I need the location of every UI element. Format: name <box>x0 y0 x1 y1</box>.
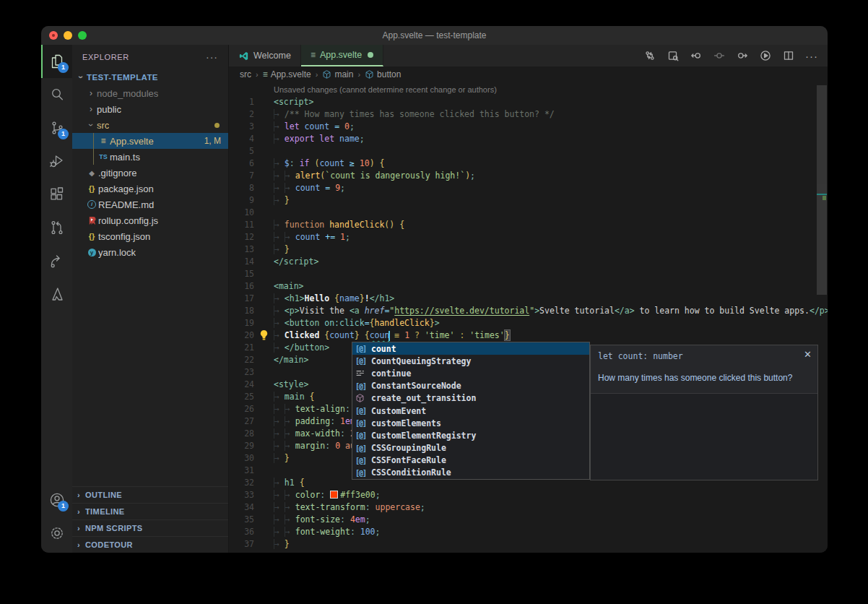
zoom-button[interactable] <box>78 31 87 40</box>
code-line-6[interactable]: 6→ $: if (count ≥ 10) { <box>229 158 828 170</box>
token: name <box>339 134 360 144</box>
close-icon[interactable]: ✕ <box>804 349 812 360</box>
code-line-19[interactable]: 19→ <button on:click={handleClick}> <box>229 317 828 329</box>
tree-root-test-template[interactable]: › TEST-TEMPLATE <box>72 69 228 85</box>
code-line-36[interactable]: 36→ → font-weight: 100; <box>229 526 828 538</box>
code-line-34[interactable]: 34→ → text-transform: uppercase; <box>229 501 828 514</box>
activity-source-control-icon[interactable]: 1 <box>41 111 72 144</box>
suggest-item-cssfontfacerule[interactable]: [@]CSSFontFaceRule <box>352 454 589 467</box>
code-line-33[interactable]: 33→ → color: #ff3e00; <box>229 489 828 501</box>
file-tree: › TEST-TEMPLATE ›node_modules›public›src… <box>72 69 228 260</box>
code-line-1[interactable]: 1<script> <box>229 96 828 108</box>
section-timeline[interactable]: ›TIMELINE <box>72 503 228 519</box>
more-actions-icon[interactable]: ··· <box>206 51 218 63</box>
code-line-5[interactable]: 5 <box>229 145 828 158</box>
suggest-item-count[interactable]: [@]count <box>352 342 589 355</box>
token: uppercase <box>376 502 420 512</box>
tab-app-svelte[interactable]: ≡App.svelte <box>301 45 383 66</box>
suggest-item-countqueuingstrategy[interactable]: [@]CountQueuingStrategy <box>352 355 589 367</box>
code-line-4[interactable]: 4→ export let name; <box>229 133 828 145</box>
suggest-item-customelements[interactable]: [@]customElements <box>352 417 589 429</box>
token: ; <box>420 502 425 512</box>
code-line-14[interactable]: 14</script> <box>229 256 828 268</box>
file-row-app-svelte[interactable]: ≡App.svelte1, M <box>72 133 228 149</box>
tour-previous-icon[interactable] <box>687 47 705 64</box>
code-line-18[interactable]: 18→ <p>Visit the <a href="https://svelte… <box>229 305 828 317</box>
suggest-item-cssgroupingrule[interactable]: [@]CSSGroupingRule <box>352 442 589 454</box>
suggest-item-customelementregistry[interactable]: [@]CustomElementRegistry <box>352 429 589 441</box>
token: 10 <box>360 158 370 168</box>
file-row-package-json[interactable]: {}package.json <box>72 181 228 197</box>
suggest-item-continue[interactable]: continue <box>352 367 589 379</box>
code-line-9[interactable]: 9→ } <box>229 194 828 207</box>
code-line-13[interactable]: 13→ } <box>229 243 828 256</box>
tab-welcome[interactable]: Welcome <box>229 45 301 66</box>
activity-account-icon[interactable]: 1 <box>41 483 72 517</box>
code-line-15[interactable]: 15 <box>229 268 828 280</box>
vscode-logo-icon <box>238 51 249 61</box>
code-line-11[interactable]: 11→ function handleClick() { <box>229 219 828 231</box>
activity-search-icon[interactable] <box>41 78 72 111</box>
code-line-8[interactable]: 8→ → count = 9; <box>229 182 828 194</box>
code-line-12[interactable]: 12→ → count += 1; <box>229 231 828 243</box>
file-row-readme-md[interactable]: iREADME.md <box>72 197 228 212</box>
section-outline[interactable]: ›OUTLINE <box>72 486 228 503</box>
activity-run-debug-icon[interactable] <box>41 144 72 178</box>
section-codetour[interactable]: ›CODETOUR <box>72 536 228 553</box>
titlebar[interactable]: App.svelte — test-template <box>41 26 828 45</box>
activity-settings-gear-icon[interactable] <box>41 517 72 550</box>
activity-explorer-icon[interactable]: 1 <box>41 45 72 78</box>
code-line-3[interactable]: 3→ let count = 0; <box>229 121 828 133</box>
suggest-label: count <box>371 344 396 354</box>
minimize-button[interactable] <box>64 31 72 40</box>
token: <p> <box>285 306 300 316</box>
code-editor[interactable]: Unsaved changes (cannot determine recent… <box>229 82 828 553</box>
suggest-item-customevent[interactable]: [@]CustomEvent <box>352 405 589 417</box>
file-row-src[interactable]: ›src <box>72 117 228 133</box>
lightbulb-icon[interactable] <box>259 329 269 341</box>
code-line-17[interactable]: 17→ <h1>Hello {name}!</h1> <box>229 293 828 305</box>
activity-github-pr-icon[interactable] <box>41 211 72 244</box>
scrollbar[interactable] <box>817 85 827 295</box>
file-row-node-modules[interactable]: ›node_modules <box>72 85 228 101</box>
file-row-rollup-config-js[interactable]: rollup.config.js <box>72 212 228 228</box>
code-line-16[interactable]: 16<main> <box>229 280 828 293</box>
section-npm-scripts[interactable]: ›NPM SCRIPTS <box>72 519 228 536</box>
code-line-35[interactable]: 35→ → font-size: 4em; <box>229 514 828 526</box>
code-line-10[interactable]: 10 <box>229 207 828 219</box>
token: alert <box>295 171 321 181</box>
tour-current-icon[interactable] <box>711 47 728 64</box>
start-codetour-icon[interactable] <box>757 47 774 64</box>
token: </h1> <box>370 293 395 303</box>
file-row--gitignore[interactable]: ◆.gitignore <box>72 165 228 181</box>
file-row-main-ts[interactable]: TSmain.ts <box>72 149 228 165</box>
token: : <box>350 527 355 537</box>
token: </button> <box>285 342 329 353</box>
tour-next-icon[interactable] <box>734 47 751 64</box>
chevron-down-icon: › <box>86 119 96 131</box>
suggest-item-constantsourcenode[interactable]: [@]ConstantSourceNode <box>352 380 589 392</box>
file-row-tsconfig-json[interactable]: {}tsconfig.json <box>72 228 228 244</box>
code-line-7[interactable]: 7→ → alert(`count is dangerously high!`)… <box>229 170 828 182</box>
code-line-2[interactable]: 2→ /** How many times has someone clicke… <box>229 108 828 121</box>
activity-live-share-icon[interactable] <box>41 244 72 277</box>
more-actions-icon[interactable]: ··· <box>803 47 820 64</box>
file-row-public[interactable]: ›public <box>72 101 228 117</box>
codelens-unsaved-changes[interactable]: Unsaved changes (cannot determine recent… <box>229 82 828 96</box>
breadcrumb-item-button[interactable]: button <box>365 69 401 79</box>
activity-azure-icon[interactable] <box>41 277 72 311</box>
breadcrumb-item-src[interactable]: src <box>240 69 251 79</box>
file-row-yarn-lock[interactable]: yyarn.lock <box>72 244 228 260</box>
close-button[interactable] <box>49 31 58 40</box>
split-editor-icon[interactable] <box>780 47 797 64</box>
breadcrumb-item-main[interactable]: main <box>322 69 353 79</box>
open-preview-icon[interactable] <box>664 47 682 64</box>
activity-extensions-icon[interactable] <box>41 178 72 211</box>
gutter-gap <box>254 428 274 440</box>
open-changes-icon[interactable] <box>641 47 659 64</box>
code-line-20[interactable]: 20→ Clicked {count} {coun ≡ 1 ? 'time' :… <box>229 329 828 342</box>
suggest-item-cssconditionrule[interactable]: [@]CSSConditionRule <box>352 467 589 479</box>
breadcrumb-item-app-svelte[interactable]: ≡App.svelte <box>263 69 311 79</box>
code-line-37[interactable]: 37→ } <box>229 538 828 551</box>
suggest-item-create_out_transition[interactable]: create_out_transition <box>352 392 589 405</box>
